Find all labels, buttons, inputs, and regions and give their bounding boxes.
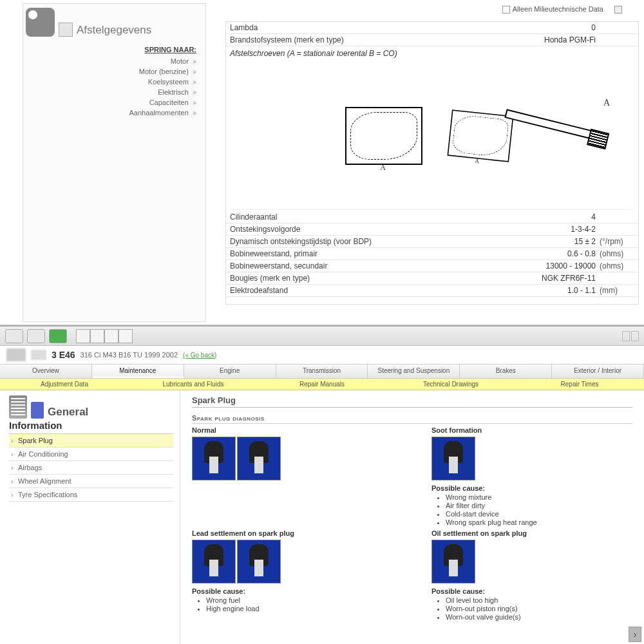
info-item[interactable]: Airbags	[9, 461, 173, 475]
data-value: Honda PGM-Fi	[493, 35, 596, 44]
info-item[interactable]: Wheel Alignment	[9, 475, 173, 488]
data-value: 15 ± 2	[493, 237, 596, 246]
env-only-checkbox[interactable]	[502, 6, 510, 14]
data-value: NGK ZFR6F-11	[493, 274, 596, 283]
data-row: Bobineweerstand, primair0.6 - 0.8(ohms)	[226, 248, 638, 260]
data-label: Bobineweerstand, primair	[230, 249, 493, 258]
cause-item: Wrong fuel	[206, 596, 393, 604]
toolbar	[0, 327, 644, 346]
data-unit	[596, 213, 634, 222]
cause-item: Wrong spark plug heat range	[446, 518, 632, 526]
filter-row: Alleen Milieutechnische Data	[213, 0, 644, 17]
jump-nav-item[interactable]: Aanhaalmomenten »	[23, 108, 196, 118]
brand-name	[31, 350, 46, 360]
jump-nav-item[interactable]: Motor (benzine) »	[23, 66, 196, 77]
diagnosis-subtitle: Oil settlement on spark plug	[431, 529, 632, 537]
main-tab[interactable]: Exterior / Interior	[552, 365, 644, 378]
adjustment-screws-diagram: A	[231, 62, 633, 210]
sub-tab[interactable]: Repair Manuals	[258, 379, 386, 390]
data-row: Dynamisch ontstekingstijdstip (voor BDP)…	[226, 236, 638, 248]
diagnosis-cell: Lead settlement on spark plugPossible ca…	[192, 529, 393, 621]
data-value: 1-3-4-2	[493, 225, 596, 234]
cause-header: Possible cause:	[431, 587, 632, 595]
top-sidebar: Afstelgegevens SPRING NAAR: Motor »Motor…	[23, 3, 206, 322]
data-panel: Lambda0Brandstofsysteem (merk en type)Ho…	[225, 21, 639, 305]
cause-header: Possible cause:	[192, 587, 393, 595]
diagnosis-grid: NormalSoot formationPossible cause:Wrong…	[192, 426, 632, 621]
info-list: Spark PlugAir ConditioningAirbagsWheel A…	[9, 433, 173, 502]
data-row: Bougies (merk en type)NGK ZFR6F-11	[226, 272, 638, 285]
diagnosis-cell: Soot formationPossible cause:Wrong mixtu…	[431, 426, 632, 527]
data-row: Cilinderaantal4	[226, 211, 638, 223]
cause-item: Oil level too high	[446, 596, 632, 604]
filter-extra-checkbox[interactable]	[614, 6, 622, 14]
sub-tabs: Adjustment DataLubricants and FluidsRepa…	[0, 379, 644, 390]
main-tab[interactable]: Steering and Suspension	[368, 365, 460, 378]
fullscreen-toggle[interactable]	[622, 331, 639, 341]
data-label: Ontstekingsvolgorde	[230, 225, 493, 234]
document-icon	[9, 395, 27, 419]
flag-icon	[59, 23, 73, 37]
data-row: Elektrodeafstand1.0 - 1.1(mm)	[226, 285, 638, 297]
main-tab[interactable]: Transmission	[276, 365, 368, 378]
sub-tab[interactable]: Adjustment Data	[0, 379, 129, 390]
scroll-down-button[interactable]: ›	[629, 627, 641, 642]
cause-item: Air filter dirty	[446, 502, 632, 509]
toolbar-home-button[interactable]	[5, 329, 23, 343]
toolbar-tool-1[interactable]	[76, 329, 90, 343]
data-unit: (°/rpm)	[596, 237, 634, 246]
spark-plug-image	[192, 437, 236, 480]
data-row: Bobineweerstand, secundair13000 - 19000(…	[226, 260, 638, 272]
information-header: Information	[9, 419, 180, 433]
data-label: Cilinderaantal	[230, 213, 493, 222]
jump-nav-item[interactable]: Motor »	[23, 56, 196, 66]
data-label: Bougies (merk en type)	[230, 274, 493, 283]
toolbar-tool-4[interactable]	[118, 329, 133, 343]
info-item[interactable]: Tyre Specifications	[9, 488, 173, 502]
diagnosis-subtitle: Lead settlement on spark plug	[192, 529, 393, 537]
workshop-app: 3 E46 316 Ci M43 B16 TU 1999 2002 (« Go …	[0, 325, 644, 644]
sub-tab[interactable]: Lubricants and Fluids	[129, 379, 258, 390]
spark-plug-image	[192, 540, 236, 583]
jump-nav-list: Motor »Motor (benzine) »Koelsysteem »Ele…	[23, 56, 205, 118]
content-title: Spark Plug	[192, 395, 632, 408]
spark-plug-image	[431, 437, 475, 480]
data-label: Bobineweerstand, secundair	[230, 261, 493, 270]
vehicle-breadcrumb: 3 E46 316 Ci M43 B16 TU 1999 2002 (« Go …	[0, 346, 644, 364]
diagram-sketch-left	[345, 107, 422, 165]
cause-list: Wrong mixtureAir filter dirtyCold-start …	[431, 493, 632, 526]
sub-tab[interactable]: Technical Drawings	[386, 379, 515, 390]
cause-list: Oil level too highWorn-out piston ring(s…	[431, 596, 632, 621]
toolbar-battery-button[interactable]	[49, 329, 67, 343]
diagram-label-a: A	[603, 98, 610, 108]
jump-nav-item[interactable]: Elektrisch »	[23, 87, 196, 97]
toolbar-folder-button[interactable]	[27, 329, 45, 343]
info-item[interactable]: Air Conditioning	[9, 448, 173, 461]
data-value: 1.0 - 1.1	[493, 286, 596, 295]
main-tab[interactable]: Maintenance	[92, 365, 184, 378]
jump-nav-item[interactable]: Capaciteiten »	[23, 97, 196, 108]
diagnosis-section-title: Spark plug diagnosis	[192, 414, 632, 424]
data-value: 0	[493, 23, 596, 32]
screwdriver-icon	[504, 109, 594, 139]
page-title: Afstelgegevens	[77, 24, 151, 37]
data-unit: (mm)	[596, 286, 634, 295]
data-value: 0.6 - 0.8	[493, 249, 596, 258]
data-label: Lambda	[230, 23, 493, 32]
diagnosis-cell: Oil settlement on spark plugPossible cau…	[431, 529, 632, 621]
general-title: General	[48, 406, 88, 419]
brand-logo-icon	[6, 348, 26, 361]
jump-to-header: SPRING NAAR:	[23, 39, 205, 56]
main-tab[interactable]: Engine	[184, 365, 276, 378]
info-item[interactable]: Spark Plug	[9, 434, 173, 448]
go-back-link[interactable]: (« Go back)	[183, 352, 216, 359]
sub-tab[interactable]: Repair Times	[515, 379, 644, 390]
data-unit	[596, 35, 634, 44]
main-tab[interactable]: Brakes	[460, 365, 552, 378]
jump-nav-item[interactable]: Koelsysteem »	[23, 77, 196, 87]
main-tab[interactable]: Overview	[0, 365, 92, 378]
vehicle-model: 3 E46	[52, 350, 75, 360]
toolbar-tool-2[interactable]	[90, 329, 104, 343]
cause-item: Wrong mixture	[446, 493, 632, 501]
toolbar-tool-3[interactable]	[104, 329, 118, 343]
